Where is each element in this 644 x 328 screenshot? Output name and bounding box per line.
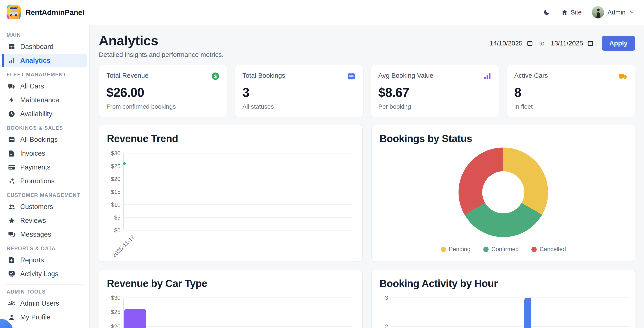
chat-icon: [8, 231, 15, 238]
sidebar-item-all-bookings[interactable]: All Bookings: [2, 133, 87, 146]
page-title: Analytics: [99, 33, 224, 48]
car-rent-logo-icon: Car Rent: [6, 5, 21, 19]
y-tick-label: $15: [107, 188, 120, 195]
revenue-by-car-type-plot: [123, 298, 352, 328]
star-icon: [8, 217, 15, 224]
sidebar-item-admin-users[interactable]: Admin Users: [2, 296, 87, 310]
y-tick-label: $20: [107, 176, 120, 182]
app-body: MAINDashboardAnalyticsFLEET MANAGEMENTAl…: [0, 25, 644, 328]
donut-hole: [482, 171, 524, 214]
sidebar-item-customers[interactable]: Customers: [2, 200, 87, 214]
stat-card-header: Total Bookings: [242, 72, 356, 80]
chart-title: Revenue by Car Type: [107, 278, 354, 289]
site-link[interactable]: Site: [561, 9, 582, 16]
stat-label: Avg Booking Value: [378, 72, 434, 79]
sidebar-item-invoices[interactable]: Invoices: [2, 147, 87, 160]
date-range-separator: to: [539, 40, 544, 47]
y-tick-label: 3: [380, 294, 388, 301]
bar-chart-icon: [483, 72, 492, 80]
sidebar-divider: [5, 284, 84, 284]
stat-value: 3: [242, 85, 356, 100]
calendar-outline-icon[interactable]: [587, 40, 594, 46]
stat-card-active-cars: Active Cars8In fleet: [506, 65, 635, 117]
brand: Car Rent RentAdminPanel: [6, 5, 84, 19]
sidebar-section-label: MAIN: [6, 32, 89, 38]
stat-label: Total Revenue: [106, 72, 148, 79]
document-icon: [8, 150, 15, 157]
chart-title: Revenue Trend: [107, 132, 354, 144]
sidebar-nav: MAINDashboardAnalyticsFLEET MANAGEMENTAl…: [0, 32, 89, 324]
sidebar-item-availability[interactable]: Availability: [2, 107, 87, 121]
y-tick-label: $0: [107, 227, 120, 234]
sidebar-section-label: CUSTOMER MANAGEMENT: [6, 192, 89, 198]
grid-line: [124, 192, 352, 192]
sidebar-item-all-cars[interactable]: All Cars: [2, 80, 87, 93]
data-point: [123, 162, 126, 165]
end-date-input[interactable]: 13/11/2025: [551, 40, 594, 47]
stat-card-total-bookings: Total Bookings3All statuses: [235, 65, 363, 117]
bookings-by-status-card: Bookings by Status PendingConfirmedCance…: [372, 125, 635, 262]
sidebar-item-messages[interactable]: Messages: [2, 228, 87, 241]
grid-line: [124, 217, 352, 218]
page-subtitle: Detailed insights and performance metric…: [99, 51, 224, 58]
truck-icon: [619, 72, 628, 80]
bar: [124, 309, 146, 328]
sidebar-item-label: Analytics: [20, 57, 50, 64]
legend-label: Cancelled: [540, 246, 566, 253]
y-tick-label: $5: [107, 214, 120, 221]
calendar-outline-icon[interactable]: [526, 40, 533, 46]
sidebar-section-label: REPORTS & DATA: [6, 246, 89, 252]
revenue-by-car-type-chart: $30$25$20: [107, 298, 352, 328]
sidebar-item-reviews[interactable]: Reviews: [2, 214, 87, 228]
sidebar-item-label: Dashboard: [20, 43, 54, 51]
x-tick-label: 2025-11-13: [111, 234, 136, 259]
page-header: Analytics Detailed insights and performa…: [99, 33, 635, 58]
analytics-icon: [8, 57, 15, 64]
charts-row-bottom: Revenue by Car Type $30$25$20 Booking Ac…: [99, 270, 635, 328]
user-menu[interactable]: Admin: [592, 6, 634, 18]
sidebar-item-label: All Cars: [20, 82, 44, 90]
stat-subtext: Per booking: [378, 103, 492, 110]
site-link-label: Site: [571, 9, 582, 16]
stats-row: Total Revenue$$26.00From confirmed booki…: [99, 65, 635, 117]
stat-card-total-revenue: Total Revenue$$26.00From confirmed booki…: [99, 65, 228, 117]
sparkles-icon: [8, 178, 15, 185]
bolt-icon: [8, 96, 15, 104]
grid-line: [124, 298, 352, 298]
legend-color-chip: [483, 247, 488, 252]
sidebar-item-label: Reviews: [20, 217, 46, 224]
start-date-input[interactable]: 14/10/2025: [490, 40, 533, 47]
sidebar-item-activity-logs[interactable]: Activity Logs: [2, 267, 87, 281]
y-tick-label: $25: [107, 163, 120, 170]
sidebar-item-promotions[interactable]: Promotions: [2, 174, 87, 188]
revenue-trend-chart: $30$25$20$15$10$5$02025-11-13: [107, 153, 352, 230]
stat-value: $8.67: [378, 85, 492, 100]
theme-toggle-button[interactable]: [542, 8, 551, 17]
sidebar-item-label: Invoices: [20, 150, 45, 158]
sidebar-section-label: FLEET MANAGEMENT: [6, 72, 89, 78]
sidebar-item-my-profile[interactable]: My Profile: [2, 310, 87, 324]
grid-line: [391, 326, 630, 327]
sidebar-item-payments[interactable]: Payments: [2, 160, 87, 174]
sidebar-item-analytics[interactable]: Analytics: [2, 54, 87, 68]
apply-button[interactable]: Apply: [602, 36, 635, 51]
credit-card-icon: [8, 164, 15, 171]
sidebar-item-label: Availability: [20, 110, 52, 118]
chart-title: Bookings by Status: [380, 132, 627, 144]
sidebar: MAINDashboardAnalyticsFLEET MANAGEMENTAl…: [0, 25, 90, 328]
sidebar-item-reports[interactable]: Reports: [2, 253, 87, 267]
grid-line: [391, 298, 630, 298]
stat-card-avg-booking-value: Avg Booking Value$8.67Per booking: [371, 65, 499, 117]
sidebar-section-label: ADMIN TOOLS: [6, 289, 89, 295]
sidebar-item-maintenance[interactable]: Maintenance: [2, 93, 87, 107]
stat-subtext: All statuses: [242, 103, 356, 110]
revenue-trend-plot: 2025-11-13: [123, 153, 352, 230]
dashboard-icon: [8, 43, 15, 50]
stat-label: Active Cars: [514, 72, 548, 79]
sidebar-item-dashboard[interactable]: Dashboard: [2, 40, 87, 54]
sidebar-item-label: All Bookings: [20, 136, 58, 144]
report-icon: [8, 256, 15, 264]
stat-value: 8: [514, 85, 628, 100]
app-header: Car Rent RentAdminPanel Site: [0, 0, 644, 25]
sidebar-item-label: Promotions: [20, 177, 55, 185]
